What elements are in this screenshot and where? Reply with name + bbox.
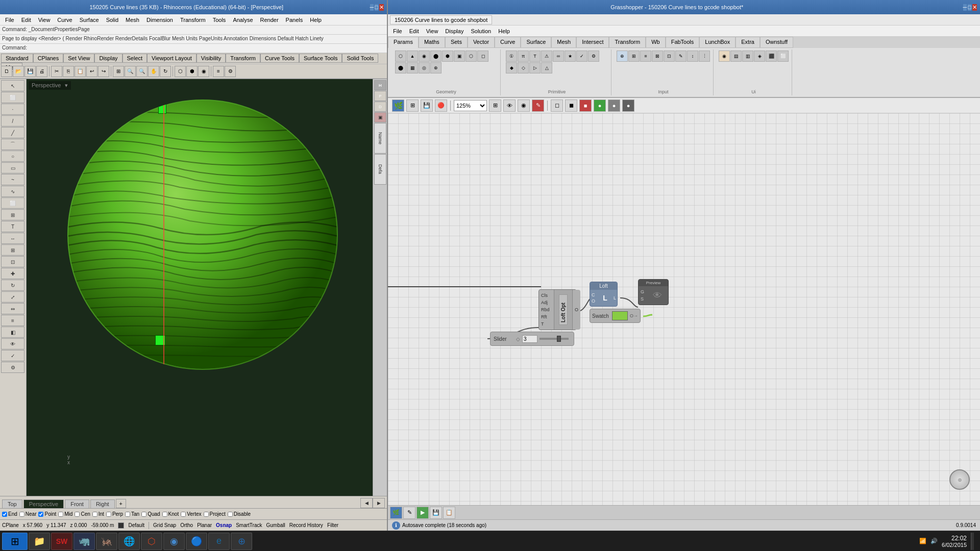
gh-icon-4[interactable]: ⬤ (430, 51, 442, 62)
gh-tab-params[interactable]: Params (388, 37, 419, 48)
gh-bottom-btn-3[interactable]: ▶ (416, 507, 429, 519)
gh-menu-view[interactable]: View (423, 27, 442, 35)
tool-circle[interactable]: ○ (1, 151, 24, 162)
taskbar-folder[interactable]: 📁 (29, 533, 50, 550)
taskbar-ie[interactable]: e (208, 533, 230, 550)
gh-icon-2[interactable]: ▲ (407, 51, 418, 62)
snap-knot[interactable]: Knot (162, 511, 179, 517)
gh-zoom-select[interactable]: 125% (454, 100, 487, 111)
tab-cplanes[interactable]: CPlanes (33, 54, 64, 63)
status-grid-snap[interactable]: Grid Snap (153, 522, 176, 528)
gh-prim-4[interactable]: ⚠ (541, 51, 552, 62)
menu-edit[interactable]: Edit (18, 16, 34, 24)
gh-node-preview[interactable]: Preview G S 👁 (638, 279, 669, 305)
status-ortho[interactable]: Ortho (180, 522, 193, 528)
rhino-minimize-btn[interactable]: ─ (370, 4, 374, 11)
gh-icon-8[interactable]: ◻ (477, 51, 488, 62)
tab-transform[interactable]: Transform (226, 54, 260, 63)
tab-set-view[interactable]: Set View (63, 54, 94, 63)
menu-curve[interactable]: Curve (54, 16, 75, 24)
gh-minimize-btn[interactable]: ─ (963, 4, 967, 11)
menu-help[interactable]: Help (307, 16, 325, 24)
tab-surface-tools[interactable]: Surface Tools (299, 54, 342, 63)
taskbar-sw[interactable]: SW (51, 533, 72, 550)
gh-prim-11[interactable]: ▷ (529, 62, 541, 73)
gh-ui-5[interactable]: ⬛ (766, 51, 777, 62)
tab-curve-tools[interactable]: Curve Tools (260, 54, 299, 63)
menu-transform[interactable]: Transform (177, 16, 209, 24)
tb-undo[interactable]: ↩ (86, 66, 97, 77)
tb-print[interactable]: 🖨 (36, 66, 47, 77)
gh-icon-12[interactable]: ⊕ (430, 62, 442, 73)
menu-panels[interactable]: Panels (283, 16, 306, 24)
tb-layer[interactable]: ≡ (213, 66, 224, 77)
tb-new[interactable]: 🗋 (1, 66, 12, 77)
gh-preview-btn[interactable]: ◻ (551, 99, 563, 112)
vp-btn-r[interactable]: ▣ (374, 112, 386, 122)
menu-mesh[interactable]: Mesh (122, 16, 142, 24)
gh-ui-6[interactable]: ⬜ (777, 51, 789, 62)
menu-solid[interactable]: Solid (103, 16, 121, 24)
status-filter[interactable]: Filter (327, 522, 338, 528)
gh-preview-btn3[interactable]: ■ (579, 99, 592, 112)
viewport-scroll-right[interactable]: ▶ (373, 498, 385, 508)
status-gumball[interactable]: Gumball (266, 522, 285, 528)
gh-node-loft-opt[interactable]: Cls Adj Rbd Rft T Loft Opt O (538, 289, 577, 330)
gh-preview-btn2[interactable]: ◼ (565, 99, 577, 112)
gh-prim-2[interactable]: π (518, 51, 529, 62)
menu-render[interactable]: Render (257, 16, 282, 24)
gh-input-7[interactable]: ↕ (687, 51, 698, 62)
gh-input-1[interactable]: ⊕ (617, 51, 628, 62)
gh-menu-display[interactable]: Display (442, 27, 467, 35)
taskbar-grasshopper[interactable]: 🦗 (96, 533, 117, 550)
gh-bottom-btn-1[interactable]: 🌿 (390, 507, 402, 519)
gh-canvas-btn-3[interactable]: 💾 (421, 99, 433, 112)
vp-tab-right[interactable]: Right (90, 499, 115, 508)
vp-tab-front[interactable]: Front (65, 499, 89, 508)
gh-icon-3[interactable]: ◉ (419, 51, 430, 62)
tb-zoom-out[interactable]: 🔍 (136, 66, 148, 77)
gh-paint-btn[interactable]: ✎ (532, 99, 544, 112)
snap-disable[interactable]: Disable (228, 511, 251, 517)
gh-menu-solution[interactable]: Solution (468, 27, 494, 35)
vp-btn-h[interactable]: H (374, 80, 386, 90)
tb-redo[interactable]: ↪ (98, 66, 109, 77)
gh-menu-edit[interactable]: Edit (406, 27, 422, 35)
tb-copy[interactable]: ⎘ (63, 66, 74, 77)
vp-tab-top[interactable]: Top (2, 499, 22, 508)
taskbar-chrome[interactable]: 🔵 (186, 533, 207, 550)
gh-input-4[interactable]: ⊠ (652, 51, 663, 62)
tool-line[interactable]: / (1, 115, 24, 127)
tab-select[interactable]: Select (122, 54, 148, 63)
status-osnap[interactable]: Osnap (216, 522, 232, 528)
gh-prim-10[interactable]: ◇ (518, 62, 529, 73)
tool-polyline[interactable]: ╱ (1, 127, 24, 138)
tool-surface[interactable]: ⬜ (1, 197, 24, 209)
gh-prim-7[interactable]: ✓ (576, 51, 587, 62)
gh-icon-10[interactable]: ▦ (407, 62, 418, 73)
gh-input-5[interactable]: ⊡ (664, 51, 675, 62)
snap-end[interactable]: End (2, 511, 17, 517)
tb-cut[interactable]: ✂ (51, 66, 62, 77)
gh-input-8[interactable]: ⋮ (699, 51, 710, 62)
gh-close-btn[interactable]: ✕ (972, 4, 977, 11)
gh-prim-8[interactable]: ⚙ (588, 51, 599, 62)
tool-select-box[interactable]: ⬜ (1, 92, 24, 103)
gh-ui-2[interactable]: ▤ (730, 51, 742, 62)
rhino-maximize-btn[interactable]: □ (375, 4, 378, 11)
gh-tab-fabtools[interactable]: FabTools (666, 37, 700, 48)
tb-wire[interactable]: ⬡ (175, 66, 186, 77)
tool-scale[interactable]: ⤢ (1, 291, 24, 303)
gh-tab-surface[interactable]: Surface (521, 37, 551, 48)
tool-hide[interactable]: 👁 (1, 338, 24, 349)
tool-check[interactable]: ✓ (1, 350, 24, 361)
rhino-close-btn[interactable]: ✕ (379, 4, 384, 11)
gh-node-swatch[interactable]: Swatch O→ (590, 309, 641, 323)
gh-green-btn[interactable]: ● (594, 99, 606, 112)
tab-standard[interactable]: Standard (1, 54, 33, 63)
snap-mid[interactable]: Mid (58, 511, 72, 517)
start-button[interactable]: ⊞ (2, 533, 28, 550)
tool-extrude[interactable]: ⊞ (1, 209, 24, 220)
gh-zoom-fit[interactable]: ⊞ (489, 99, 501, 112)
tb-rotate[interactable]: ↻ (160, 66, 171, 77)
